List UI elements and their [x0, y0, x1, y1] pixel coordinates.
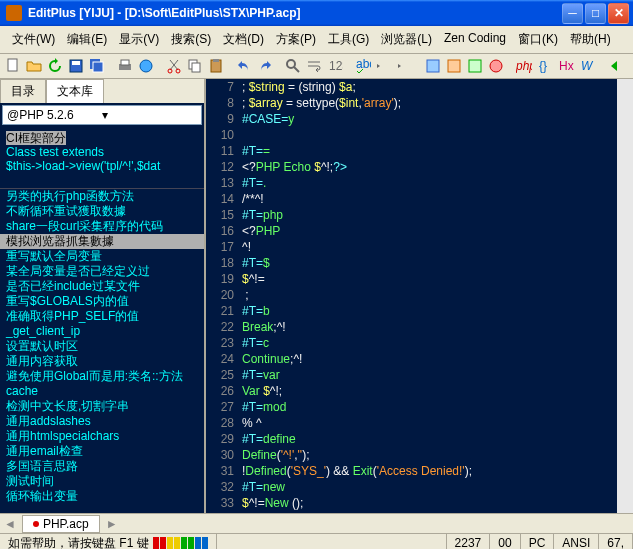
- status-bar: 如需帮助，请按键盘 F1 键 2237 00 PC ANSI 67,: [0, 533, 633, 549]
- tab-scroll-right-icon[interactable]: ►: [106, 517, 118, 531]
- svg-rect-19: [469, 60, 481, 72]
- list-item[interactable]: 是否已经include过某文件: [0, 279, 204, 294]
- menu-search[interactable]: 搜索(S): [165, 29, 217, 50]
- svg-rect-13: [213, 59, 219, 62]
- list-item[interactable]: 某全局变量是否已经定义过: [0, 264, 204, 279]
- menu-tools[interactable]: 工具(G): [322, 29, 375, 50]
- document-tab[interactable]: PHP.acp: [22, 515, 100, 533]
- status-help: 如需帮助，请按键盘 F1 键: [0, 534, 217, 549]
- tool4-icon[interactable]: [487, 56, 505, 76]
- document-tabs: ◄ PHP.acp ►: [0, 513, 633, 533]
- menu-edit[interactable]: 编辑(E): [61, 29, 113, 50]
- menu-bar: 文件(W) 编辑(E) 显示(V) 搜索(S) 文档(D) 方案(P) 工具(G…: [0, 26, 633, 54]
- menu-help[interactable]: 帮助(H): [564, 29, 617, 50]
- list-item[interactable]: share一段curl采集程序的代码: [0, 219, 204, 234]
- progress-indicator: [153, 537, 208, 549]
- list-item[interactable]: 测试时间: [0, 474, 204, 489]
- refresh-icon[interactable]: [46, 56, 64, 76]
- close-button[interactable]: ✕: [608, 3, 629, 24]
- list-item[interactable]: 模拟浏览器抓集數據: [0, 234, 204, 249]
- tool2-icon[interactable]: [445, 56, 463, 76]
- sidebar: 目录 文本库 @PHP 5.2.6 ▾ CI框架部分 Class test ex…: [0, 79, 206, 513]
- line-number: 31: [206, 463, 242, 479]
- line-number: 28: [206, 415, 242, 431]
- menu-view[interactable]: 显示(V): [113, 29, 165, 50]
- new-file-icon[interactable]: [4, 56, 22, 76]
- line-number: 29: [206, 431, 242, 447]
- list-item[interactable]: 准确取得PHP_SELF的值: [0, 309, 204, 324]
- wrap-icon[interactable]: [305, 56, 323, 76]
- browser-icon[interactable]: [137, 56, 155, 76]
- maximize-button[interactable]: □: [585, 3, 606, 24]
- code-editor[interactable]: 7; $string = (string) $a;8; $array = set…: [206, 79, 633, 513]
- list-item[interactable]: 通用email检查: [0, 444, 204, 459]
- menu-zen[interactable]: Zen Coding: [438, 29, 512, 50]
- undo-icon[interactable]: [235, 56, 253, 76]
- list-item[interactable]: 避免使用Global而是用:类名::方法: [0, 369, 204, 384]
- list-item[interactable]: 通用内容获取: [0, 354, 204, 369]
- line-number: 23: [206, 335, 242, 351]
- svg-rect-4: [93, 62, 103, 72]
- outdent-icon[interactable]: [375, 56, 393, 76]
- hex-icon[interactable]: Hx: [557, 56, 575, 76]
- word-icon[interactable]: W: [578, 56, 596, 76]
- php-icon[interactable]: php: [515, 56, 533, 76]
- save-icon[interactable]: [67, 56, 85, 76]
- svg-point-20: [490, 60, 502, 72]
- paste-icon[interactable]: [207, 56, 225, 76]
- find-icon[interactable]: [284, 56, 302, 76]
- cliptext-select[interactable]: @PHP 5.2.6 ▾: [2, 105, 202, 125]
- list-item[interactable]: 通用addslashes: [0, 414, 204, 429]
- list-item[interactable]: 另类的执行php函数方法: [0, 189, 204, 204]
- indent-icon[interactable]: [396, 56, 414, 76]
- menu-file[interactable]: 文件(W): [6, 29, 61, 50]
- tool3-icon[interactable]: [466, 56, 484, 76]
- toolbar: 123 abc php {} Hx W: [0, 54, 633, 79]
- svg-text:abc: abc: [356, 58, 371, 71]
- redo-icon[interactable]: [256, 56, 274, 76]
- menu-document[interactable]: 文档(D): [217, 29, 270, 50]
- minimize-button[interactable]: ─: [562, 3, 583, 24]
- spell-icon[interactable]: abc: [354, 56, 372, 76]
- svg-rect-6: [121, 60, 129, 65]
- list-item[interactable]: 设置默认时区: [0, 339, 204, 354]
- list-item[interactable]: 通用htmlspecialchars: [0, 429, 204, 444]
- svg-text:123: 123: [329, 59, 343, 73]
- list-item[interactable]: 循环输出变量: [0, 489, 204, 504]
- tool1-icon[interactable]: [424, 56, 442, 76]
- line-number: 21: [206, 303, 242, 319]
- print-icon[interactable]: [116, 56, 134, 76]
- copy-icon[interactable]: [186, 56, 204, 76]
- line-number-icon[interactable]: 123: [326, 56, 344, 76]
- line-number: 8: [206, 95, 242, 111]
- cut-icon[interactable]: [165, 56, 183, 76]
- snippet-list[interactable]: 另类的执行php函数方法不断循环重试獲取数據share一段curl采集程序的代码…: [0, 189, 204, 513]
- open-icon[interactable]: [25, 56, 43, 76]
- forward-icon[interactable]: [627, 56, 633, 76]
- modified-dot-icon: [33, 521, 39, 527]
- tab-scroll-left-icon[interactable]: ◄: [4, 517, 16, 531]
- list-item[interactable]: 重写默认全局变量: [0, 249, 204, 264]
- list-item[interactable]: 不断循环重试獲取数據: [0, 204, 204, 219]
- menu-project[interactable]: 方案(P): [270, 29, 322, 50]
- list-item[interactable]: 重写$GLOBALS内的值: [0, 294, 204, 309]
- menu-browser[interactable]: 浏览器(L): [375, 29, 438, 50]
- list-item[interactable]: cache: [0, 384, 204, 399]
- tab-cliptext[interactable]: 文本库: [46, 79, 104, 103]
- line-number: 17: [206, 239, 242, 255]
- list-item[interactable]: 检测中文长度,切割字串: [0, 399, 204, 414]
- svg-point-7: [140, 60, 152, 72]
- line-number: 7: [206, 79, 242, 95]
- vertical-scrollbar[interactable]: [617, 79, 633, 513]
- svg-rect-0: [8, 59, 17, 71]
- brackets-icon[interactable]: {}: [536, 56, 554, 76]
- snippet-preview: CI框架部分 Class test extends $this->load->v…: [0, 127, 204, 189]
- tab-directory[interactable]: 目录: [0, 79, 46, 103]
- list-item[interactable]: 多国语言思路: [0, 459, 204, 474]
- list-item[interactable]: _get_client_ip: [0, 324, 204, 339]
- menu-window[interactable]: 窗口(K): [512, 29, 564, 50]
- line-number: 12: [206, 159, 242, 175]
- back-icon[interactable]: [606, 56, 624, 76]
- line-number: 30: [206, 447, 242, 463]
- save-all-icon[interactable]: [88, 56, 106, 76]
